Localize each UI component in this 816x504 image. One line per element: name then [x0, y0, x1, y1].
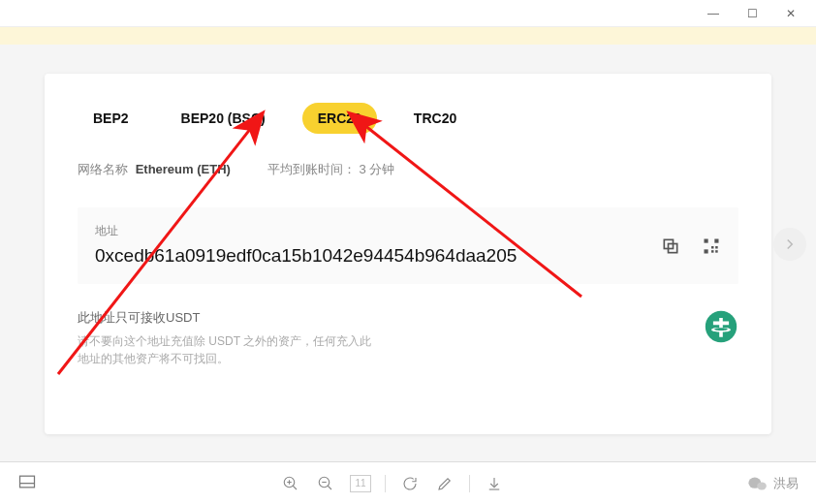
network-time-label: 平均到账时间： — [267, 162, 356, 176]
network-name-value: Ethereum (ETH) — [136, 162, 231, 176]
brand-watermark: 洪易 — [748, 475, 799, 492]
zoom-out-icon[interactable] — [315, 473, 336, 494]
toolbar-divider — [469, 475, 470, 492]
svg-line-15 — [293, 486, 297, 489]
svg-rect-4 — [705, 249, 708, 253]
deposit-card: BEP2 BEP20 (BSC) ERC20 TRC20 网络名称 Ethere… — [45, 74, 771, 434]
address-actions — [661, 236, 721, 256]
svg-rect-6 — [715, 246, 718, 249]
wechat-icon — [748, 476, 768, 491]
edit-icon[interactable] — [434, 473, 455, 494]
svg-rect-8 — [715, 250, 718, 253]
qrcode-icon[interactable] — [702, 236, 721, 256]
warning-text: 此地址只可接收USDT 请不要向这个地址充值除 USDT 之外的资产，任何充入此… — [78, 309, 378, 367]
svg-rect-7 — [711, 250, 714, 253]
content-area: BEP2 BEP20 (BSC) ERC20 TRC20 网络名称 Ethere… — [0, 45, 816, 444]
svg-point-24 — [757, 482, 767, 489]
tab-trc20[interactable]: TRC20 — [398, 103, 472, 134]
tab-erc20[interactable]: ERC20 — [302, 103, 377, 134]
tab-bep20[interactable]: BEP20 (BSC) — [166, 103, 281, 134]
zoom-in-icon[interactable] — [280, 473, 301, 494]
svg-rect-3 — [714, 238, 718, 242]
address-block: 地址 0xcedb61a0919edf0ca15b1042e94454b964d… — [78, 207, 738, 284]
network-name-label: 网络名称 — [78, 162, 128, 176]
tab-bep2[interactable]: BEP2 — [78, 103, 144, 134]
maximize-button[interactable]: ☐ — [733, 2, 771, 25]
address-label: 地址 — [95, 223, 721, 239]
notice-banner — [0, 27, 816, 45]
network-time-value: 3 分钟 — [359, 162, 394, 176]
network-name: 网络名称 Ethereum (ETH) — [78, 161, 231, 178]
bottom-toolbar: 11 洪易 — [0, 461, 816, 504]
close-button[interactable]: ✕ — [771, 2, 810, 25]
next-arrow-button[interactable] — [773, 228, 806, 261]
svg-rect-2 — [705, 238, 708, 242]
page-indicator[interactable]: 11 — [350, 475, 371, 492]
panel-toggle-icon[interactable] — [17, 472, 37, 495]
warning-body: 请不要向这个地址充值除 USDT 之外的资产，任何充入此地址的其他资产将不可找回… — [78, 332, 378, 367]
svg-rect-5 — [711, 246, 714, 249]
window-titlebar: — ☐ ✕ — [0, 0, 816, 27]
minimize-button[interactable]: — — [694, 2, 733, 25]
copy-icon[interactable] — [661, 236, 680, 256]
network-tabs: BEP2 BEP20 (BSC) ERC20 TRC20 — [78, 103, 738, 134]
warning-row: 此地址只可接收USDT 请不要向这个地址充值除 USDT 之外的资产，任何充入此… — [78, 309, 738, 367]
svg-rect-12 — [20, 476, 35, 488]
brand-text: 洪易 — [773, 475, 799, 492]
address-value: 0xcedb61a0919edf0ca15b1042e94454b964daa2… — [95, 245, 721, 267]
download-icon[interactable] — [484, 473, 505, 494]
rotate-icon[interactable] — [399, 473, 421, 494]
network-info: 网络名称 Ethereum (ETH) 平均到账时间： 3 分钟 — [78, 161, 738, 178]
network-time: 平均到账时间： 3 分钟 — [267, 161, 394, 178]
toolbar-divider — [385, 475, 386, 492]
warning-title: 此地址只可接收USDT — [78, 309, 378, 327]
svg-line-19 — [328, 486, 331, 489]
tether-icon — [704, 309, 738, 344]
